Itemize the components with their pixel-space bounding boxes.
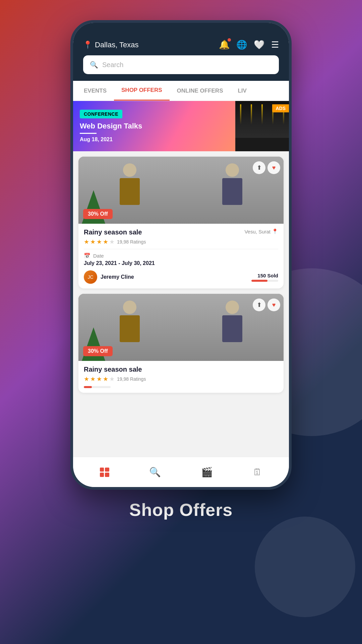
product-card-1[interactable]: 30% Off ⬆ ♥ Rainy season sale Vesu, Sura…: [78, 157, 284, 288]
card-1-location: Vesu, Surat 📍: [244, 228, 278, 234]
header-top: 📍 Dallas, Texas 🔔 🌐 🤍 ☰: [83, 40, 279, 50]
mannequin-1: [116, 163, 143, 217]
tabs-bar: EVENTS SHOP OFFERS ONLINE OFFERS LIV: [73, 81, 289, 101]
favorites-button[interactable]: 🤍: [254, 40, 264, 50]
progress-fill-1: [251, 280, 267, 282]
cards-section: 30% Off ⬆ ♥ Rainy season sale Vesu, Sura…: [73, 151, 289, 398]
mannequin-head-4: [226, 301, 239, 314]
card-1-divider: [84, 249, 278, 249]
favorite-button-1[interactable]: ♥: [267, 161, 280, 174]
globe-button[interactable]: 🌐: [236, 40, 247, 50]
card-1-location-icon: 📍: [272, 228, 278, 234]
mannequin-head-1: [123, 163, 136, 177]
share-button-2[interactable]: ⬆: [253, 299, 265, 311]
bottom-nav: 🔍 🎬 🗓: [73, 457, 289, 487]
mannequin-body-2: [222, 178, 242, 205]
card-1-seller: JC Jeremy Cline: [84, 270, 134, 284]
tab-live[interactable]: LIV: [230, 82, 254, 100]
grid-icon: [100, 468, 109, 477]
phone-notch: [171, 23, 191, 30]
star-c2-1: ★: [84, 375, 89, 383]
star-2: ★: [90, 238, 96, 246]
progress-bar-2: [84, 386, 111, 388]
mannequin-body-4: [222, 315, 242, 342]
tab-events[interactable]: EVENTS: [76, 82, 114, 100]
star-1: ★: [84, 238, 89, 246]
location-display[interactable]: 📍 Dallas, Texas: [83, 41, 138, 49]
card-1-body: Rainy season sale Vesu, Surat 📍 ★ ★ ★ ★ …: [78, 224, 284, 288]
header: 📍 Dallas, Texas 🔔 🌐 🤍 ☰ 🔍 Search: [73, 23, 289, 81]
banner-image: ADS: [235, 101, 289, 151]
sold-text-1: 150 Sold: [251, 273, 278, 278]
banner-content: CONFERENCE Web Design Talks Aug 18, 2021: [73, 104, 235, 148]
mannequin-body-1: [120, 178, 140, 205]
card-1-date-row: 📅 Date: [84, 253, 278, 259]
card-2-stars: ★ ★ ★ ★ ★ 19,98 Ratings: [84, 375, 278, 383]
card-1-date-value: July 23, 2021 - July 30, 2021: [84, 260, 278, 266]
light-2: [251, 104, 252, 124]
mannequin-head-2: [226, 163, 239, 177]
card-1-footer: JC Jeremy Cline 150 Sold: [84, 270, 278, 284]
content-area: CONFERENCE Web Design Talks Aug 18, 2021: [73, 101, 289, 457]
progress-bar-1: [251, 280, 278, 282]
conference-badge: CONFERENCE: [80, 110, 122, 118]
card-1-location-text: Vesu, Surat: [244, 229, 270, 234]
star-c2-2: ★: [90, 375, 96, 383]
bottom-label: Shop Offers: [129, 500, 233, 520]
search-nav-icon: 🔍: [149, 467, 161, 478]
search-placeholder[interactable]: Search: [102, 61, 272, 69]
nav-search[interactable]: 🔍: [142, 464, 168, 480]
card-2-body: Rainy season sale ★ ★ ★ ★ ★ 19,98 Rating…: [78, 361, 284, 393]
banner-underline: [80, 133, 97, 134]
banner-title: Web Design Talks: [80, 122, 229, 130]
card-1-image: 30% Off ⬆ ♥: [78, 157, 284, 224]
star-c2-5: ★: [109, 375, 115, 383]
star-c2-3: ★: [97, 375, 102, 383]
search-bar[interactable]: 🔍 Search: [83, 55, 279, 74]
star-4: ★: [103, 238, 108, 246]
mannequin-2: [219, 163, 246, 217]
product-card-2[interactable]: 30% Off ⬆ ♥ Rainy season sale ★ ★ ★ ★: [78, 294, 284, 393]
calendar-icon: 📅: [84, 253, 90, 259]
mannequin-body-3: [120, 315, 140, 342]
light-1: [240, 104, 241, 124]
seller-name-1: Jeremy Cline: [101, 274, 134, 280]
star-3: ★: [97, 238, 102, 246]
card-2-ratings: 19,98 Ratings: [117, 376, 146, 382]
location-text: Dallas, Texas: [95, 41, 138, 49]
share-button-1[interactable]: ⬆: [253, 161, 265, 174]
banner-ad[interactable]: CONFERENCE Web Design Talks Aug 18, 2021: [73, 101, 289, 151]
menu-button[interactable]: ☰: [271, 40, 279, 50]
banner-date: Aug 18, 2021: [80, 137, 229, 143]
nav-calendar[interactable]: 🗓: [246, 464, 269, 480]
notifications-button[interactable]: 🔔: [219, 40, 230, 50]
discount-badge-2: 30% Off: [83, 346, 113, 356]
card-1-sold: 150 Sold: [251, 273, 278, 282]
card-1-date-label: Date: [93, 253, 104, 259]
phone-shell: 📍 Dallas, Texas 🔔 🌐 🤍 ☰ 🔍 Search: [70, 20, 292, 490]
mannequin-3: [116, 301, 143, 354]
favorite-button-2[interactable]: ♥: [267, 299, 280, 311]
seller-avatar-1: JC: [84, 270, 97, 284]
tab-online-offers[interactable]: ONLINE OFFERS: [170, 82, 231, 100]
nav-movies[interactable]: 🎬: [194, 464, 220, 480]
nav-home[interactable]: [93, 465, 116, 480]
location-pin-icon: 📍: [83, 41, 92, 49]
header-icons: 🔔 🌐 🤍 ☰: [219, 40, 279, 50]
ads-badge: ADS: [272, 104, 289, 112]
star-c2-4: ★: [103, 375, 108, 383]
tab-shop-offers[interactable]: SHOP OFFERS: [114, 81, 170, 101]
card-2-image: 30% Off ⬆ ♥: [78, 294, 284, 361]
card-2-title-row: Rainy season sale: [84, 366, 278, 373]
mannequin-head-3: [123, 301, 136, 314]
notification-badge: [228, 38, 231, 42]
card-1-stars: ★ ★ ★ ★ ★ 19,98 Ratings: [84, 238, 278, 246]
card-1-ratings: 19,98 Ratings: [117, 239, 146, 245]
concert-audience: [235, 138, 289, 151]
search-icon: 🔍: [90, 61, 98, 69]
progress-fill-2: [84, 386, 92, 388]
discount-badge-1: 30% Off: [83, 209, 113, 219]
card-1-title: Rainy season sale: [84, 228, 142, 236]
card-2-title: Rainy season sale: [84, 366, 142, 373]
card-1-title-row: Rainy season sale Vesu, Surat 📍: [84, 228, 278, 236]
